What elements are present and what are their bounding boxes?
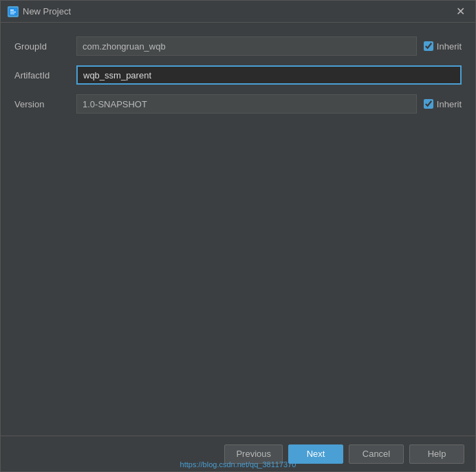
main-area xyxy=(14,123,462,422)
artifactid-input[interactable] xyxy=(76,65,462,85)
footer-link[interactable]: https://blog.csdn.net/qq_38117370 xyxy=(180,460,296,469)
close-button[interactable]: ✕ xyxy=(452,3,468,20)
svg-rect-2 xyxy=(10,12,16,12)
version-inherit-label: Inherit xyxy=(437,99,462,109)
groupid-label: GroupId xyxy=(14,41,69,52)
svg-rect-3 xyxy=(10,13,14,14)
new-project-dialog: New Project ✕ GroupId Inherit ArtifactId… xyxy=(0,0,476,472)
cancel-button[interactable]: Cancel xyxy=(349,444,404,464)
next-button[interactable]: Next xyxy=(288,444,343,464)
version-input[interactable] xyxy=(76,94,417,114)
version-label: Version xyxy=(14,99,69,109)
version-inherit: Inherit xyxy=(424,99,462,109)
groupid-row: GroupId Inherit xyxy=(14,36,462,56)
svg-rect-1 xyxy=(10,10,14,11)
dialog-icon xyxy=(8,6,19,17)
title-bar-left: New Project xyxy=(8,6,71,17)
version-inherit-checkbox[interactable] xyxy=(424,99,433,109)
version-row: Version Inherit xyxy=(14,94,462,114)
title-bar: New Project ✕ xyxy=(1,1,475,23)
dialog-content: GroupId Inherit ArtifactId Version Inher… xyxy=(1,23,475,436)
groupid-inherit-label: Inherit xyxy=(437,41,462,52)
groupid-input[interactable] xyxy=(76,36,417,56)
dialog-title: New Project xyxy=(23,6,71,17)
dialog-footer: Previous Next Cancel Help https://blog.c… xyxy=(1,436,475,471)
groupid-inherit: Inherit xyxy=(424,41,462,52)
help-button[interactable]: Help xyxy=(409,444,464,464)
groupid-inherit-checkbox[interactable] xyxy=(424,41,433,51)
artifactid-row: ArtifactId xyxy=(14,65,462,85)
artifactid-label: ArtifactId xyxy=(14,70,69,81)
